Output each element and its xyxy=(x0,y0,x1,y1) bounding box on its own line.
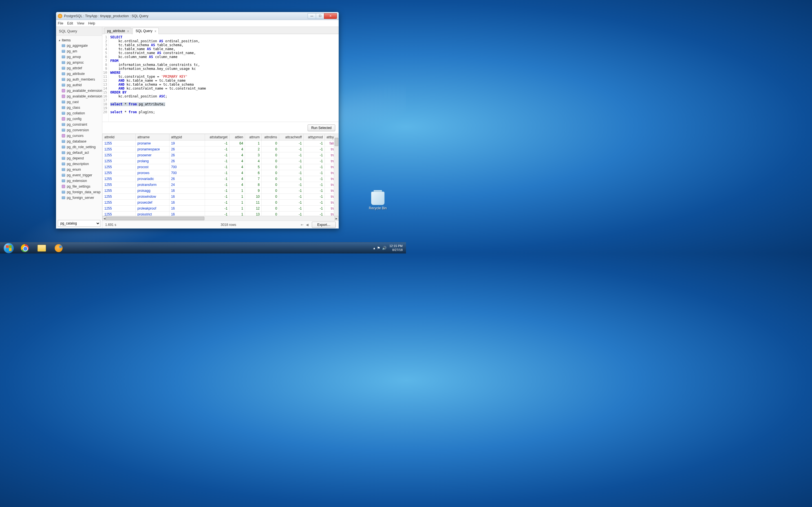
table-row[interactable]: 1255prorows700-1460-1-1true xyxy=(103,170,339,176)
recycle-bin[interactable]: Recycle Bin xyxy=(366,191,389,210)
run-selected-button[interactable]: Run Selected xyxy=(308,124,335,131)
sidebar-item[interactable]: pg_extension xyxy=(56,178,102,184)
taskbar-chrome[interactable] xyxy=(17,243,33,253)
table-cell: 0 xyxy=(262,206,279,212)
tab[interactable]: SQL Queryx xyxy=(133,27,159,34)
view-icon xyxy=(62,95,65,98)
table-cell: -1 xyxy=(279,206,303,212)
column-header[interactable]: atttypid xyxy=(169,134,205,140)
menu-view[interactable]: View xyxy=(77,21,84,25)
sidebar-item[interactable]: pg_enum xyxy=(56,167,102,172)
table-cell: -1 xyxy=(279,158,303,164)
column-header[interactable]: attstattarget xyxy=(205,134,229,140)
sidebar-item-label: pg_conversion xyxy=(67,128,89,132)
table-cell: -1 xyxy=(279,164,303,170)
column-header[interactable]: attnum xyxy=(245,134,262,140)
column-header[interactable]: atttypmod xyxy=(304,134,325,140)
sidebar-item[interactable]: pg_aggregate xyxy=(56,43,102,48)
close-button[interactable]: ✕ xyxy=(324,13,337,19)
sidebar-item[interactable]: pg_description xyxy=(56,161,102,167)
sidebar-item[interactable]: pg_class xyxy=(56,105,102,110)
table-row[interactable]: 1255proleakproof16-11120-1-1true xyxy=(103,206,339,212)
minimize-button[interactable]: — xyxy=(308,13,316,19)
sidebar-item[interactable]: pg_conversion xyxy=(56,127,102,133)
table-row[interactable]: 1255protransform24-1480-1-1true xyxy=(103,182,339,188)
v-scroll-thumb[interactable] xyxy=(335,138,338,146)
tab[interactable]: pg_attributex xyxy=(104,27,132,34)
tree-root-label[interactable]: Items xyxy=(56,38,102,43)
table-cell: -1 xyxy=(279,147,303,152)
sidebar-item[interactable]: pg_attribute xyxy=(56,71,102,76)
sidebar-header: SQL Query xyxy=(56,27,102,36)
titlebar[interactable]: PostgreSQL : TinyApp : tinyapp_productio… xyxy=(56,12,339,20)
table-cell: proleakproof xyxy=(136,206,169,212)
show-hidden-icons-icon[interactable]: ▴ xyxy=(373,246,375,250)
column-header[interactable]: attndims xyxy=(262,134,279,140)
table-row[interactable]: 1255proisstrict16-11130-1-1true xyxy=(103,212,339,216)
sidebar-item[interactable]: pg_event_trigger xyxy=(56,172,102,178)
column-header[interactable]: attname xyxy=(136,134,169,140)
export-button[interactable]: Export… xyxy=(312,222,336,228)
sidebar-item[interactable]: pg_default_acl xyxy=(56,150,102,156)
prev-page-icon[interactable]: ◀ xyxy=(306,223,308,227)
taskbar-tinyapp[interactable] xyxy=(50,243,67,253)
table-cell: 64 xyxy=(229,140,245,147)
table-cell: 4 xyxy=(229,176,245,182)
results-vertical-scrollbar[interactable] xyxy=(334,134,339,216)
taskbar-explorer[interactable] xyxy=(34,243,50,253)
sidebar-item[interactable]: pg_auth_members xyxy=(56,76,102,82)
sidebar-item[interactable]: pg_foreign_server xyxy=(56,195,102,201)
sql-editor[interactable]: SELECT kc.ordinal_position AS ordinal_po… xyxy=(109,34,339,122)
sidebar-item[interactable]: pg_collation xyxy=(56,110,102,116)
sidebar-item[interactable]: pg_available_extension xyxy=(56,88,102,94)
tab-close-icon[interactable]: x xyxy=(127,29,129,33)
menu-help[interactable]: Help xyxy=(88,21,95,25)
h-scroll-right[interactable]: ▶ xyxy=(335,216,339,221)
sidebar-item[interactable]: pg_constraint xyxy=(56,122,102,127)
taskbar: ▴ ⚑ 🔊 12:15 PM 8/27/18 xyxy=(0,242,406,253)
results-horizontal-scrollbar[interactable]: ◀ ▶ xyxy=(102,216,339,221)
table-row[interactable]: 1255proisagg16-1190-1-1true xyxy=(103,188,339,194)
sidebar-item[interactable]: pg_cursors xyxy=(56,133,102,138)
table-row[interactable]: 1255prolang26-1440-1-1true xyxy=(103,158,339,164)
sidebar-item[interactable]: pg_foreign_data_wrap xyxy=(56,189,102,195)
clock[interactable]: 12:15 PM 8/27/18 xyxy=(389,244,403,251)
sidebar-item[interactable]: pg_file_settings xyxy=(56,184,102,189)
table-icon xyxy=(62,196,65,199)
start-button[interactable] xyxy=(1,243,16,253)
sidebar-item[interactable]: pg_amproc xyxy=(56,60,102,65)
first-page-icon[interactable]: ⇤ xyxy=(301,223,304,227)
volume-icon[interactable]: 🔊 xyxy=(382,246,387,250)
sidebar-item[interactable]: pg_config xyxy=(56,116,102,122)
action-center-icon[interactable]: ⚑ xyxy=(377,246,380,250)
column-header[interactable]: attcacheoff xyxy=(279,134,303,140)
sidebar-item[interactable]: pg_database xyxy=(56,138,102,144)
table-row[interactable]: 1255proowner26-1430-1-1true xyxy=(103,152,339,158)
column-header[interactable]: attrelid xyxy=(103,134,136,140)
table-cell: 0 xyxy=(262,182,279,188)
sidebar-item[interactable]: pg_attrdef xyxy=(56,65,102,71)
table-row[interactable]: 1255procost700-1450-1-1true xyxy=(103,164,339,170)
h-scroll-thumb[interactable] xyxy=(106,217,204,220)
query-time: 1.691 s xyxy=(105,223,156,227)
table-row[interactable]: 1255proiswindow16-11100-1-1true xyxy=(103,194,339,200)
column-header[interactable]: attlen xyxy=(229,134,245,140)
sidebar-item[interactable]: pg_am xyxy=(56,48,102,54)
sidebar-item[interactable]: pg_depend xyxy=(56,156,102,161)
sidebar-item-label: pg_auth_members xyxy=(67,77,95,81)
table-row[interactable]: 1255provariadic26-1470-1-1true xyxy=(103,176,339,182)
sidebar-item[interactable]: pg_amop xyxy=(56,54,102,60)
table-row[interactable]: 1255pronamespace26-1420-1-1true xyxy=(103,147,339,152)
table-row[interactable]: 1255proname19-16410-1-1false xyxy=(103,140,339,147)
menu-file[interactable]: File xyxy=(58,21,63,25)
tab-close-icon[interactable]: x xyxy=(154,29,156,33)
sidebar-item[interactable]: pg_cast xyxy=(56,99,102,105)
maximize-button[interactable]: ☐ xyxy=(316,13,324,19)
sidebar-item[interactable]: pg_db_role_setting xyxy=(56,144,102,150)
sidebar-item[interactable]: pg_authid xyxy=(56,82,102,88)
sidebar-item[interactable]: pg_available_extension xyxy=(56,94,102,99)
table-cell: -1 xyxy=(205,147,229,152)
table-row[interactable]: 1255prosecdef16-11110-1-1true xyxy=(103,200,339,206)
menu-edit[interactable]: Edit xyxy=(67,21,73,25)
schema-select[interactable]: pg_catalog xyxy=(58,220,100,227)
